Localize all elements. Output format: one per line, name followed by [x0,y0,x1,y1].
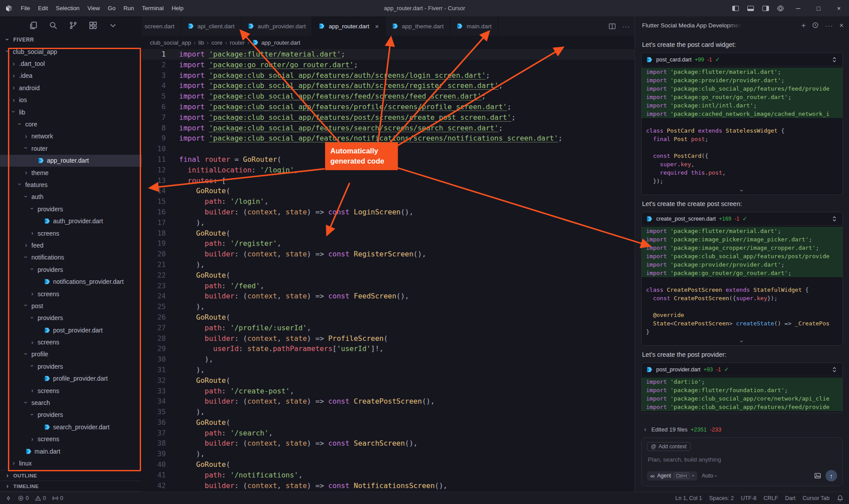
tree-item-theme[interactable]: ›theme [0,167,142,179]
tree-item-profile[interactable]: ›profile [0,348,142,360]
tree-item-screens[interactable]: ›screens [0,336,142,348]
send-button[interactable]: ↑ [826,470,837,481]
expand-more-button[interactable]: › [642,187,842,195]
tree-item-auth_provider.dart[interactable]: auth_provider.dart [0,215,142,227]
status-remote[interactable] [5,495,11,501]
code-editor[interactable]: 1import 'package:flutter/material.dart';… [142,49,635,492]
tree-item-screens[interactable]: ›screens [0,288,142,300]
menu-file[interactable]: File [17,3,34,13]
breadcrumb-item-lib[interactable]: lib [199,39,204,46]
chat-input-box[interactable]: @ Add context Plan, search, build anythi… [641,437,843,486]
menu-help[interactable]: Help [168,3,187,13]
source-control-icon[interactable] [69,21,77,30]
tree-item-providers[interactable]: ›providers [0,409,142,421]
breadcrumb-item-core[interactable]: core [211,39,222,46]
menu-run[interactable]: Run [119,3,138,13]
menu-view[interactable]: View [84,3,104,13]
tree-item-screens[interactable]: ›screens [0,227,142,239]
split-editor-icon[interactable] [608,23,616,30]
search-icon[interactable] [49,21,57,30]
files-icon[interactable] [29,21,38,30]
status-error[interactable]: 0 [18,495,29,501]
tab-app_theme.dart[interactable]: app_theme.dart [386,16,451,36]
status-spaces-2[interactable]: Spaces: 2 [709,495,734,501]
updown-icon[interactable] [831,56,838,63]
menu-edit[interactable]: Edit [34,3,52,13]
tree-item-search[interactable]: ›search [0,397,142,409]
tab-app_router.dart[interactable]: app_router.dart× [312,16,385,36]
tab-close-icon[interactable]: × [375,23,379,30]
status-broadcast[interactable]: 0 [52,495,63,501]
tab-screen.dart[interactable]: screen.dart [142,16,181,36]
updown-icon[interactable] [831,215,838,222]
tree-item-club_social_app[interactable]: ›club_social_app [0,46,142,57]
tree-item-core[interactable]: ›core [0,118,142,130]
section-outline[interactable]: ›OUTLINE [0,470,142,481]
model-selector[interactable]: Auto › [702,473,716,479]
status-utf-8[interactable]: UTF-8 [741,495,756,501]
tree-item-search_provider.dart[interactable]: search_provider.dart [0,421,142,433]
menu-go[interactable]: Go [104,3,119,13]
tab-main.dart[interactable]: main.dart [450,16,498,36]
tree-item-profile_provider.dart[interactable]: profile_provider.dart [0,373,142,385]
status-dart[interactable]: Dart [785,495,795,501]
section-timeline[interactable]: ›TIMELINE [0,481,142,492]
tab-auth_provider.dart[interactable]: auth_provider.dart [241,16,313,36]
tree-item-notifications[interactable]: ›notifications [0,252,142,263]
toggle-left-panel-icon[interactable] [728,0,743,16]
add-context-chip[interactable]: @ Add context [647,442,691,451]
agent-mode-selector[interactable]: ∞ Agent Ctrl+I › [647,471,697,481]
maximize-button[interactable]: □ [808,0,829,16]
tree-item-providers[interactable]: ›providers [0,263,142,275]
breadcrumb-item-club_social_app[interactable]: club_social_app [150,39,191,46]
more-actions-icon[interactable]: ··· [622,23,630,30]
tab-api_client.dart[interactable]: api_client.dart [181,16,241,36]
tree-item-post_provider.dart[interactable]: post_provider.dart [0,324,142,336]
updown-icon[interactable] [831,366,838,373]
tree-item-features[interactable]: ›features [0,179,142,191]
new-chat-icon[interactable]: + [801,22,806,29]
tree-item-screens[interactable]: ›screens [0,433,142,445]
expand-more-button[interactable]: › [642,337,842,345]
tree-item-feed[interactable]: ›feed [0,239,142,251]
menu-selection[interactable]: Selection [52,3,83,13]
tree-item-lib[interactable]: ›lib [0,106,142,118]
chat-more-icon[interactable]: ··· [825,22,833,29]
status-ln-1-col-1[interactable]: Ln 1, Col 1 [675,495,702,501]
status-cursor-tab[interactable]: Cursor Tab [803,495,830,501]
status-crlf[interactable]: CRLF [764,495,778,501]
code-card-header[interactable]: post_card.dart+99-1✓ [642,53,842,66]
tree-item-.dart_tool[interactable]: ›.dart_tool [0,57,142,69]
tree-item-providers[interactable]: ›providers [0,312,142,324]
minimize-button[interactable]: ─ [788,0,808,16]
chat-input-placeholder[interactable]: Plan, search, build anything [648,456,836,463]
tree-item-android[interactable]: ›android [0,82,142,94]
extensions-icon[interactable] [89,21,97,30]
code-card-header[interactable]: create_post_screen.dart+169-1✓ [642,212,842,225]
tree-item-post[interactable]: ›post [0,300,142,312]
chat-close-icon[interactable]: × [839,22,844,29]
toggle-bottom-panel-icon[interactable] [743,0,758,16]
tree-item-providers[interactable]: ›providers [0,360,142,372]
history-icon[interactable] [812,22,819,29]
breadcrumb-file[interactable]: app_router.dart [252,39,300,46]
edited-files-summary[interactable]: › Edited 19 files +2351 -233 [642,426,842,433]
status-warning[interactable]: 0 [35,495,46,501]
breadcrumb-item-router[interactable]: router [230,39,245,46]
explorer-section-header[interactable]: › FIVERR [0,34,142,46]
toggle-right-panel-icon[interactable] [758,0,773,16]
tree-item-providers[interactable]: ›providers [0,203,142,215]
tree-item-router[interactable]: ›router [0,142,142,154]
tree-item-.idea[interactable]: ›.idea [0,70,142,82]
close-button[interactable]: × [829,0,849,16]
menu-terminal[interactable]: Terminal [138,3,168,13]
gear-icon[interactable] [773,0,788,16]
chevron-down-icon[interactable] [109,21,117,30]
attach-image-icon[interactable] [814,472,821,479]
tree-item-app_router.dart[interactable]: app_router.dart [0,155,142,167]
tree-item-screens[interactable]: ›screens [0,385,142,397]
code-card-header[interactable]: post_provider.dart+93-1✓ [642,363,842,376]
tree-item-notifications_provider.dart[interactable]: notifications_provider.dart [0,275,142,287]
tree-item-auth[interactable]: ›auth [0,191,142,203]
tree-item-main.dart[interactable]: main.dart [0,445,142,457]
